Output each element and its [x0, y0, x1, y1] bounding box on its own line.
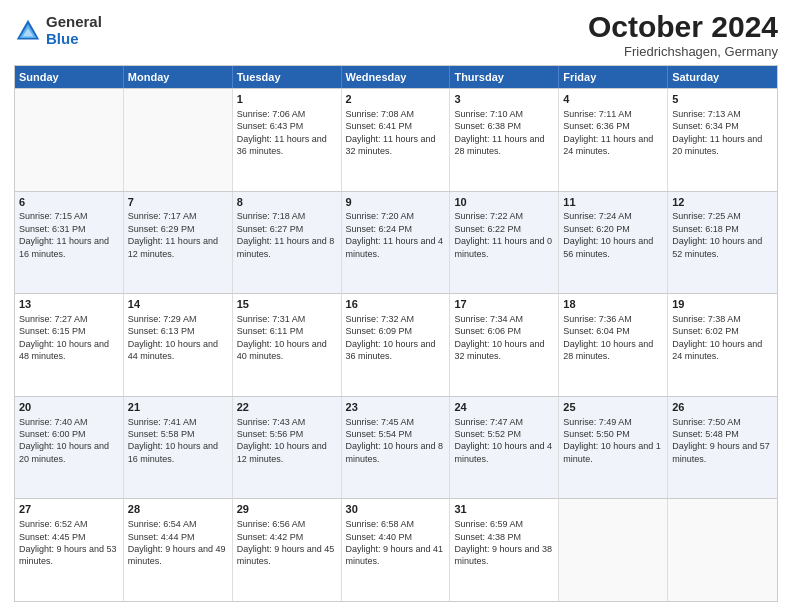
header-day-wednesday: Wednesday: [342, 66, 451, 88]
day-cell-24: 24Sunrise: 7:47 AM Sunset: 5:52 PM Dayli…: [450, 397, 559, 499]
day-number: 9: [346, 195, 446, 210]
header-day-sunday: Sunday: [15, 66, 124, 88]
day-cell-26: 26Sunrise: 7:50 AM Sunset: 5:48 PM Dayli…: [668, 397, 777, 499]
day-number: 27: [19, 502, 119, 517]
day-cell-17: 17Sunrise: 7:34 AM Sunset: 6:06 PM Dayli…: [450, 294, 559, 396]
day-info: Sunrise: 6:56 AM Sunset: 4:42 PM Dayligh…: [237, 519, 335, 566]
day-number: 25: [563, 400, 663, 415]
header-day-tuesday: Tuesday: [233, 66, 342, 88]
day-number: 19: [672, 297, 773, 312]
day-cell-20: 20Sunrise: 7:40 AM Sunset: 6:00 PM Dayli…: [15, 397, 124, 499]
day-cell-13: 13Sunrise: 7:27 AM Sunset: 6:15 PM Dayli…: [15, 294, 124, 396]
day-number: 24: [454, 400, 554, 415]
day-info: Sunrise: 6:58 AM Sunset: 4:40 PM Dayligh…: [346, 519, 444, 566]
day-info: Sunrise: 7:45 AM Sunset: 5:54 PM Dayligh…: [346, 417, 444, 464]
day-number: 12: [672, 195, 773, 210]
empty-cell-w0c0: [15, 89, 124, 191]
day-cell-25: 25Sunrise: 7:49 AM Sunset: 5:50 PM Dayli…: [559, 397, 668, 499]
day-info: Sunrise: 7:11 AM Sunset: 6:36 PM Dayligh…: [563, 109, 653, 156]
day-info: Sunrise: 7:32 AM Sunset: 6:09 PM Dayligh…: [346, 314, 436, 361]
day-number: 18: [563, 297, 663, 312]
day-info: Sunrise: 7:29 AM Sunset: 6:13 PM Dayligh…: [128, 314, 218, 361]
day-number: 20: [19, 400, 119, 415]
day-number: 30: [346, 502, 446, 517]
day-number: 1: [237, 92, 337, 107]
day-info: Sunrise: 7:08 AM Sunset: 6:41 PM Dayligh…: [346, 109, 436, 156]
day-info: Sunrise: 6:59 AM Sunset: 4:38 PM Dayligh…: [454, 519, 552, 566]
logo-general: General: [46, 14, 102, 31]
day-cell-8: 8Sunrise: 7:18 AM Sunset: 6:27 PM Daylig…: [233, 192, 342, 294]
day-number: 15: [237, 297, 337, 312]
day-cell-31: 31Sunrise: 6:59 AM Sunset: 4:38 PM Dayli…: [450, 499, 559, 601]
day-cell-6: 6Sunrise: 7:15 AM Sunset: 6:31 PM Daylig…: [15, 192, 124, 294]
day-cell-16: 16Sunrise: 7:32 AM Sunset: 6:09 PM Dayli…: [342, 294, 451, 396]
day-cell-14: 14Sunrise: 7:29 AM Sunset: 6:13 PM Dayli…: [124, 294, 233, 396]
week-row-1: 6Sunrise: 7:15 AM Sunset: 6:31 PM Daylig…: [15, 191, 777, 294]
day-number: 3: [454, 92, 554, 107]
subtitle: Friedrichshagen, Germany: [588, 44, 778, 59]
day-info: Sunrise: 7:31 AM Sunset: 6:11 PM Dayligh…: [237, 314, 327, 361]
header-day-saturday: Saturday: [668, 66, 777, 88]
day-info: Sunrise: 7:43 AM Sunset: 5:56 PM Dayligh…: [237, 417, 327, 464]
day-info: Sunrise: 7:06 AM Sunset: 6:43 PM Dayligh…: [237, 109, 327, 156]
day-number: 26: [672, 400, 773, 415]
day-cell-27: 27Sunrise: 6:52 AM Sunset: 4:45 PM Dayli…: [15, 499, 124, 601]
day-cell-30: 30Sunrise: 6:58 AM Sunset: 4:40 PM Dayli…: [342, 499, 451, 601]
main-title: October 2024: [588, 10, 778, 44]
day-number: 23: [346, 400, 446, 415]
title-block: October 2024 Friedrichshagen, Germany: [588, 10, 778, 59]
day-cell-9: 9Sunrise: 7:20 AM Sunset: 6:24 PM Daylig…: [342, 192, 451, 294]
logo-text: General Blue: [46, 14, 102, 47]
calendar-body: 1Sunrise: 7:06 AM Sunset: 6:43 PM Daylig…: [15, 88, 777, 601]
day-cell-1: 1Sunrise: 7:06 AM Sunset: 6:43 PM Daylig…: [233, 89, 342, 191]
day-info: Sunrise: 7:40 AM Sunset: 6:00 PM Dayligh…: [19, 417, 109, 464]
day-info: Sunrise: 7:24 AM Sunset: 6:20 PM Dayligh…: [563, 211, 653, 258]
day-info: Sunrise: 7:47 AM Sunset: 5:52 PM Dayligh…: [454, 417, 552, 464]
day-cell-5: 5Sunrise: 7:13 AM Sunset: 6:34 PM Daylig…: [668, 89, 777, 191]
header-day-thursday: Thursday: [450, 66, 559, 88]
day-number: 13: [19, 297, 119, 312]
day-cell-21: 21Sunrise: 7:41 AM Sunset: 5:58 PM Dayli…: [124, 397, 233, 499]
day-info: Sunrise: 7:13 AM Sunset: 6:34 PM Dayligh…: [672, 109, 762, 156]
day-cell-12: 12Sunrise: 7:25 AM Sunset: 6:18 PM Dayli…: [668, 192, 777, 294]
day-number: 5: [672, 92, 773, 107]
day-info: Sunrise: 6:54 AM Sunset: 4:44 PM Dayligh…: [128, 519, 226, 566]
header: General Blue October 2024 Friedrichshage…: [14, 10, 778, 59]
day-info: Sunrise: 7:38 AM Sunset: 6:02 PM Dayligh…: [672, 314, 762, 361]
day-number: 28: [128, 502, 228, 517]
day-cell-3: 3Sunrise: 7:10 AM Sunset: 6:38 PM Daylig…: [450, 89, 559, 191]
day-cell-10: 10Sunrise: 7:22 AM Sunset: 6:22 PM Dayli…: [450, 192, 559, 294]
day-number: 11: [563, 195, 663, 210]
header-day-monday: Monday: [124, 66, 233, 88]
page: General Blue October 2024 Friedrichshage…: [0, 0, 792, 612]
day-info: Sunrise: 7:25 AM Sunset: 6:18 PM Dayligh…: [672, 211, 762, 258]
day-number: 8: [237, 195, 337, 210]
week-row-4: 27Sunrise: 6:52 AM Sunset: 4:45 PM Dayli…: [15, 498, 777, 601]
day-number: 2: [346, 92, 446, 107]
day-info: Sunrise: 7:41 AM Sunset: 5:58 PM Dayligh…: [128, 417, 218, 464]
day-info: Sunrise: 7:22 AM Sunset: 6:22 PM Dayligh…: [454, 211, 552, 258]
day-info: Sunrise: 7:50 AM Sunset: 5:48 PM Dayligh…: [672, 417, 770, 464]
day-info: Sunrise: 7:18 AM Sunset: 6:27 PM Dayligh…: [237, 211, 335, 258]
day-cell-11: 11Sunrise: 7:24 AM Sunset: 6:20 PM Dayli…: [559, 192, 668, 294]
day-number: 16: [346, 297, 446, 312]
day-info: Sunrise: 7:10 AM Sunset: 6:38 PM Dayligh…: [454, 109, 544, 156]
day-cell-19: 19Sunrise: 7:38 AM Sunset: 6:02 PM Dayli…: [668, 294, 777, 396]
day-info: Sunrise: 7:27 AM Sunset: 6:15 PM Dayligh…: [19, 314, 109, 361]
week-row-0: 1Sunrise: 7:06 AM Sunset: 6:43 PM Daylig…: [15, 88, 777, 191]
day-number: 22: [237, 400, 337, 415]
empty-cell-w4c5: [559, 499, 668, 601]
day-cell-28: 28Sunrise: 6:54 AM Sunset: 4:44 PM Dayli…: [124, 499, 233, 601]
day-cell-2: 2Sunrise: 7:08 AM Sunset: 6:41 PM Daylig…: [342, 89, 451, 191]
day-number: 31: [454, 502, 554, 517]
day-number: 14: [128, 297, 228, 312]
day-number: 21: [128, 400, 228, 415]
empty-cell-w4c6: [668, 499, 777, 601]
header-day-friday: Friday: [559, 66, 668, 88]
day-info: Sunrise: 7:15 AM Sunset: 6:31 PM Dayligh…: [19, 211, 109, 258]
day-cell-15: 15Sunrise: 7:31 AM Sunset: 6:11 PM Dayli…: [233, 294, 342, 396]
day-cell-4: 4Sunrise: 7:11 AM Sunset: 6:36 PM Daylig…: [559, 89, 668, 191]
day-info: Sunrise: 7:49 AM Sunset: 5:50 PM Dayligh…: [563, 417, 661, 464]
day-number: 29: [237, 502, 337, 517]
day-number: 6: [19, 195, 119, 210]
